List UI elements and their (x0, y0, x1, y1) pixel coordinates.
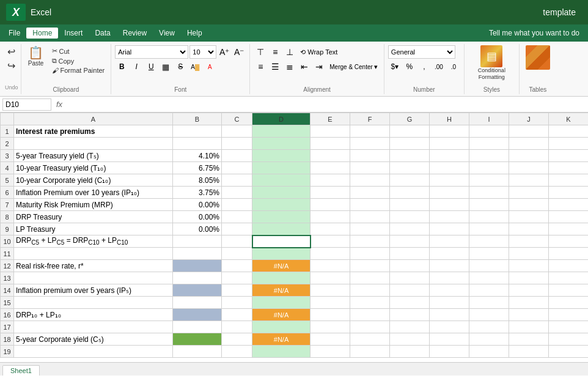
cell-B19[interactable] (173, 346, 222, 358)
border-button[interactable]: ▦ (159, 60, 172, 73)
cell-G13[interactable] (390, 272, 430, 284)
cell-I11[interactable] (469, 248, 509, 260)
cell-C11[interactable] (222, 248, 252, 260)
row-9-header[interactable]: 9 (1, 223, 14, 235)
cell-J2[interactable] (509, 138, 549, 150)
cell-C4[interactable] (222, 162, 252, 174)
cell-K13[interactable] (549, 272, 589, 284)
underline-button[interactable]: U (144, 60, 158, 73)
cell-I9[interactable] (469, 223, 509, 235)
wrap-text-button[interactable]: ⟲ Wrap Text (298, 47, 340, 57)
cell-C2[interactable] (222, 138, 252, 150)
font-shrink-button[interactable]: A⁻ (232, 45, 246, 59)
cell-G17[interactable] (390, 321, 430, 333)
cell-D6[interactable] (252, 187, 311, 199)
align-bottom-button[interactable]: ⊥ (283, 45, 296, 59)
conditional-formatting-button[interactable]: ▤ Conditional Formatting (473, 45, 510, 81)
cell-C3[interactable] (222, 150, 252, 162)
cell-F7[interactable] (350, 199, 390, 211)
cell-J8[interactable] (509, 211, 549, 223)
copy-button[interactable]: ⧉ Copy (50, 56, 108, 65)
cell-E18[interactable] (311, 333, 350, 346)
cell-K1[interactable] (549, 125, 589, 138)
font-size-select[interactable]: 10 (189, 45, 216, 59)
col-header-B[interactable]: B (173, 113, 222, 125)
font-grow-button[interactable]: A⁺ (218, 45, 231, 59)
cell-E7[interactable] (311, 199, 350, 211)
cell-K7[interactable] (549, 199, 589, 211)
cell-I18[interactable] (469, 333, 509, 346)
cell-A5[interactable]: 10-year Corporate yield (C₁₀) (14, 174, 173, 187)
cell-C9[interactable] (222, 223, 252, 235)
cell-A17[interactable] (14, 321, 173, 333)
cell-G7[interactable] (390, 199, 430, 211)
cell-C5[interactable] (222, 174, 252, 187)
cell-D18[interactable]: #N/A (252, 333, 311, 346)
cell-J16[interactable] (509, 309, 549, 321)
cell-A2[interactable] (14, 138, 173, 150)
redo-button[interactable]: ↪ (5, 59, 18, 72)
cell-D19[interactable] (252, 346, 311, 358)
cell-G19[interactable] (390, 346, 430, 358)
col-header-E[interactable]: E (311, 113, 350, 125)
font-name-select[interactable]: Arial (115, 45, 188, 59)
cell-G1[interactable] (390, 125, 430, 138)
cell-I1[interactable] (469, 125, 509, 138)
cell-I10[interactable] (469, 235, 509, 248)
cell-C12b[interactable] (222, 260, 252, 272)
cell-A13[interactable] (14, 272, 173, 284)
cell-C1[interactable] (222, 125, 252, 138)
cell-D10[interactable] (252, 235, 311, 248)
col-header-J[interactable]: J (509, 113, 549, 125)
paste-button[interactable]: 📋 Paste (25, 45, 47, 68)
cell-A18[interactable]: 5-year Corporate yield (C₅) (14, 333, 173, 346)
row-4-header[interactable]: 4 (1, 162, 14, 174)
cell-I6[interactable] (469, 187, 509, 199)
cell-K8[interactable] (549, 211, 589, 223)
cell-G9[interactable] (390, 223, 430, 235)
cell-I17[interactable] (469, 321, 509, 333)
cell-F1[interactable] (350, 125, 390, 138)
cell-B17[interactable] (173, 321, 222, 333)
cell-K5[interactable] (549, 174, 589, 187)
cell-K14[interactable] (549, 284, 589, 297)
col-header-D[interactable]: D (252, 113, 311, 125)
col-header-A[interactable]: A (14, 113, 173, 125)
row-5-header[interactable]: 5 (1, 174, 14, 187)
menu-file[interactable]: File (2, 28, 26, 39)
cell-A9[interactable]: LP Treasury (14, 223, 173, 235)
cell-J11[interactable] (509, 248, 549, 260)
cut-button[interactable]: ✂ Cut (50, 46, 108, 56)
cell-D7[interactable] (252, 199, 311, 211)
font-color-button[interactable]: A (203, 60, 216, 73)
row-16-header[interactable]: 16 (1, 309, 14, 321)
cell-I14[interactable] (469, 284, 509, 297)
cell-H10[interactable] (430, 235, 469, 248)
row-7-header[interactable]: 7 (1, 199, 14, 211)
cell-B12b[interactable] (173, 260, 222, 272)
row-1-header[interactable]: 1 (1, 125, 14, 138)
cell-A11[interactable] (14, 248, 173, 260)
cell-B5[interactable]: 8.05% (173, 174, 222, 187)
cell-I4[interactable] (469, 162, 509, 174)
menu-help[interactable]: Help (181, 28, 208, 39)
cell-F17[interactable] (350, 321, 390, 333)
cell-H11[interactable] (430, 248, 469, 260)
format-painter-button[interactable]: 🖌 Format Painter (50, 66, 108, 75)
align-left-button[interactable]: ≡ (254, 60, 267, 73)
cell-H15[interactable] (430, 297, 469, 309)
cell-I12b[interactable] (469, 260, 509, 272)
cell-J9[interactable] (509, 223, 549, 235)
indent-dec-button[interactable]: ⇤ (298, 60, 311, 73)
menu-home[interactable]: Home (26, 28, 58, 39)
cell-F5[interactable] (350, 174, 390, 187)
cell-C7[interactable] (222, 199, 252, 211)
cell-C13[interactable] (222, 272, 252, 284)
cell-K16[interactable] (549, 309, 589, 321)
cell-J13[interactable] (509, 272, 549, 284)
row-8-header[interactable]: 8 (1, 211, 14, 223)
cell-K15[interactable] (549, 297, 589, 309)
cell-B11[interactable] (173, 248, 222, 260)
col-header-F[interactable]: F (350, 113, 390, 125)
cell-E3[interactable] (311, 150, 350, 162)
